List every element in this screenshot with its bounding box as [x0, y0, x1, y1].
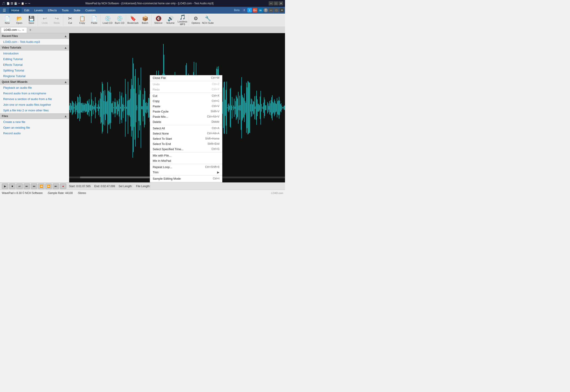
sidebar-item-introduction[interactable]: Introduction — [0, 51, 69, 56]
transport-file-length: File Length: — [136, 185, 150, 188]
files-collapse[interactable]: ▲ — [64, 114, 67, 118]
sidebar-item-editing-tutorial[interactable]: Editing Tutorial — [0, 56, 69, 62]
ctx-item-sample-editing-mode[interactable]: Sample Editing ModeCtrl+I — [150, 176, 222, 181]
ctx-item-trim[interactable]: Trim ▶ — [150, 170, 222, 175]
maximize-button[interactable]: □ — [274, 1, 278, 5]
recent-files-collapse[interactable]: ▲ — [64, 34, 67, 38]
ctx-item-select-to-end[interactable]: Select To EndShift+End — [150, 141, 222, 147]
new-icon: 📄 — [4, 16, 10, 21]
transport-loop[interactable]: ⇌ — [16, 183, 23, 189]
tool-cut[interactable]: ✂ Cut — [64, 15, 76, 25]
tool-silence[interactable]: 🔇 Silence — [153, 15, 164, 25]
ctx-separator — [150, 125, 222, 125]
tab-add-button[interactable]: + — [28, 28, 33, 32]
tab-lo4d[interactable]: LO4D.com -... ✕ — [1, 27, 27, 33]
ctx-item-delete[interactable]: DeleteDelete — [150, 119, 222, 125]
transport-next[interactable]: ⏭ — [24, 183, 30, 189]
menu-custom[interactable]: Custom — [83, 8, 98, 13]
sidebar-section-video-tutorials[interactable]: Video Tutorials ▲ — [0, 45, 69, 51]
ctx-item-copy[interactable]: CopyCtrl+C — [150, 98, 222, 104]
ctx-item-select-to-start[interactable]: Select To StartShift+Home — [150, 136, 222, 141]
transport-forward[interactable]: ⏩ — [45, 183, 52, 189]
nch-suite-icon: 🔧 — [205, 16, 211, 21]
tool-new[interactable]: 📄 New — [1, 15, 13, 25]
ctx-item-close-file[interactable]: Close FileCtrl+W — [150, 75, 222, 81]
tool-batch-label: Batch — [142, 22, 148, 24]
menu-home[interactable]: Home — [9, 8, 22, 13]
ctx-item-mix-with-file---[interactable]: Mix with File... — [150, 153, 222, 158]
sidebar-item-ringtone-tutorial[interactable]: Ringtone Tutorial — [0, 73, 69, 79]
sidebar-section-recent-files[interactable]: Recent Files ▲ — [0, 33, 69, 39]
menu-suite[interactable]: Suite — [71, 8, 83, 13]
menu-tools[interactable]: Tools — [59, 8, 71, 13]
ctx-separator — [150, 93, 222, 93]
ctx-item-select-none[interactable]: Select NoneCtrl+Alt+A — [150, 131, 222, 136]
tool-nch-suite[interactable]: 🔧 NCH Suite — [202, 15, 214, 25]
tool-batch[interactable]: 📦 Batch — [139, 15, 151, 25]
transport-record[interactable]: ● — [60, 183, 66, 189]
load-cd-icon: 💿 — [105, 16, 111, 21]
tool-undo[interactable]: ↩ Undo — [39, 15, 51, 25]
transport-sel-length: Sel Length: — [119, 185, 132, 188]
sidebar-item-splitting-tutorial[interactable]: Splitting Tutorial — [0, 68, 69, 73]
ctx-item-paste-mix---[interactable]: Paste Mix...Ctrl+Alt+V — [150, 114, 222, 119]
sidebar-item-create-new[interactable]: Create a new file — [0, 119, 69, 125]
sidebar-item-remove-section[interactable]: Remove a section of audio from a file — [0, 96, 69, 102]
sidebar-item-record-mic[interactable]: Record audio from a microphone — [0, 91, 69, 96]
help-icon[interactable]: ? — [264, 8, 268, 12]
menu-levels[interactable]: Levels — [32, 8, 45, 13]
sidebar-item-split-file[interactable]: Split a file into 2 or more other files — [0, 108, 69, 113]
transport-stop[interactable]: ■ — [9, 183, 15, 189]
menu-minimize-button[interactable]: ─ — [269, 8, 273, 12]
sidebar-item-lo4d-audio[interactable]: LO4D.com - Test Audio.mp3 — [0, 39, 69, 45]
tool-options[interactable]: ⚙ Options — [190, 15, 202, 25]
menu-effects[interactable]: Effects — [46, 8, 59, 13]
tool-paste[interactable]: 📄 Paste — [88, 15, 100, 25]
transport-rewind[interactable]: ⏪ — [38, 183, 44, 189]
ctx-item-select-specified-time---[interactable]: Select Specified Time...Ctrl+G — [150, 147, 222, 152]
minimize-button[interactable]: ─ — [269, 1, 273, 5]
facebook-icon[interactable]: f — [242, 8, 246, 13]
transport-end[interactable]: ⏭ — [53, 183, 59, 189]
hamburger-menu[interactable]: ☰ — [1, 7, 8, 13]
tool-options-label: Options — [191, 22, 200, 24]
ctx-item-select-all[interactable]: Select AllCtrl+A — [150, 126, 222, 131]
menu-edit[interactable]: Edit — [22, 8, 31, 13]
ctx-item-paste[interactable]: PasteCtrl+V — [150, 104, 222, 109]
close-button[interactable]: ✕ — [279, 1, 283, 5]
sidebar-section-quick-start[interactable]: Quick Start Wizards ▲ — [0, 79, 69, 85]
tool-burn-cd[interactable]: 💿 Burn CD — [114, 15, 126, 25]
ctx-item-cut[interactable]: CutCtrl+X — [150, 93, 222, 98]
tool-volume[interactable]: 🔊 Volume — [165, 15, 176, 25]
sidebar-item-playback[interactable]: Playback an audio file — [0, 85, 69, 91]
sidebar-section-files[interactable]: Files ▲ — [0, 113, 69, 119]
transport-prev[interactable]: ⏮ — [31, 183, 37, 189]
sidebar-item-effects-tutorial[interactable]: Effects Tutorial — [0, 62, 69, 68]
waveform-area[interactable]: LO4D.com Close FileCtrl+WUndoCtrl+ZRedoC… — [69, 33, 285, 182]
ctx-item-shortcut: Ctrl+Z — [212, 83, 219, 86]
tool-load-cd[interactable]: 💿 Load CD — [102, 15, 114, 25]
menu-close-button[interactable]: ✕ — [280, 8, 284, 12]
twitter-icon[interactable]: t — [247, 8, 252, 13]
video-tutorials-collapse[interactable]: ▲ — [64, 46, 67, 49]
sidebar-item-join-files[interactable]: Join one or more audio files together — [0, 102, 69, 108]
linkedin-icon[interactable]: in — [258, 8, 263, 13]
title-bar-title: WavePad by NCH Software - (Unlicensed) N… — [30, 2, 269, 5]
quick-start-title: Quick Start Wizards — [2, 80, 28, 84]
googleplus-icon[interactable]: G+ — [253, 8, 257, 13]
sidebar-item-record-audio[interactable]: Record audio — [0, 130, 69, 136]
menu-maximize-button[interactable]: □ — [274, 8, 279, 12]
transport-play[interactable]: ▶ — [2, 183, 8, 189]
tool-open[interactable]: 📂 Open — [13, 15, 25, 25]
tool-save[interactable]: 💾 Save — [25, 15, 37, 25]
quick-start-collapse[interactable]: ▲ — [64, 80, 67, 84]
ctx-item-mix-in-mixpad[interactable]: Mix in MixPad — [150, 158, 222, 163]
tool-bookmark[interactable]: 🔖 Bookmark — [127, 15, 139, 25]
sidebar-item-open-existing[interactable]: Open an existing file — [0, 125, 69, 130]
tool-copy[interactable]: 📋 Copy — [76, 15, 88, 25]
ctx-item-repeat-loop---[interactable]: Repeat Loop...Ctrl+Shift+8 — [150, 165, 222, 170]
ctx-item-paste-cycle[interactable]: Paste CycleShift+V — [150, 109, 222, 114]
tool-lossless-mp3[interactable]: 🎵 Lossless MP3 — [177, 15, 188, 25]
tab-close-icon[interactable]: ✕ — [22, 29, 24, 31]
tool-redo[interactable]: ↪ Redo — [51, 15, 63, 25]
